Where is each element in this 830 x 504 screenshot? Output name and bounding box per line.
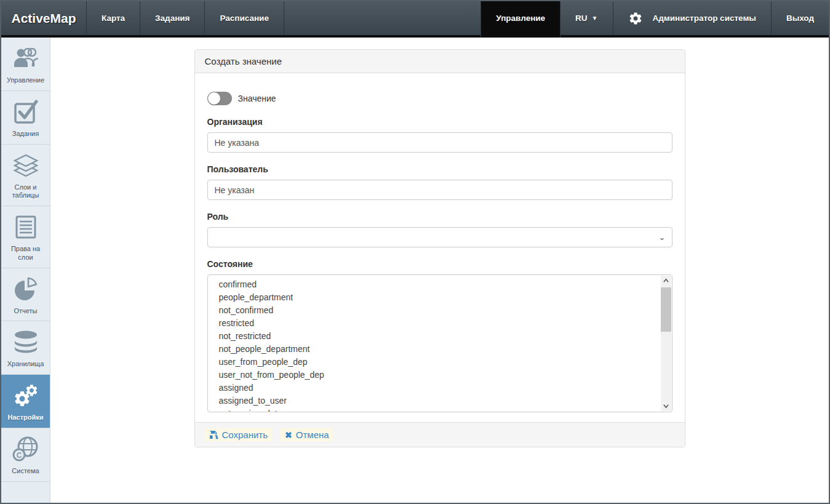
sidebar-item-system[interactable]: C Система xyxy=(1,428,50,482)
admin-account-label: Администратор системы xyxy=(653,14,756,23)
list-option[interactable]: user_not_from_people_dep xyxy=(212,369,657,382)
value-toggle-label: Значение xyxy=(238,94,276,103)
value-toggle-row: Значение xyxy=(207,92,672,105)
logout-button[interactable]: Выход xyxy=(772,1,829,35)
sidebar-item-layer-rights[interactable]: Права на слои xyxy=(1,206,50,268)
gear-icon xyxy=(628,11,643,26)
list-option[interactable]: not_people_department xyxy=(212,343,657,356)
language-label: RU xyxy=(575,14,588,23)
admin-account-menu[interactable]: Администратор системы xyxy=(613,1,772,35)
users-icon xyxy=(12,44,40,73)
app-logo[interactable]: ActiveMap xyxy=(1,1,87,35)
layers-icon xyxy=(12,151,40,180)
sidebar-item-label: Система xyxy=(12,467,39,476)
sidebar-item-label: Хранилища xyxy=(7,360,44,369)
list-option[interactable]: assigned_to_user xyxy=(212,394,657,407)
role-label: Роль xyxy=(207,212,672,222)
scrollbar-track[interactable] xyxy=(661,286,671,401)
organization-field[interactable]: Не указана xyxy=(207,132,672,153)
scroll-down-icon[interactable] xyxy=(661,401,671,411)
list-option[interactable]: user_from_people_dep xyxy=(212,356,657,369)
sidebar-item-settings[interactable]: Настройки xyxy=(1,375,50,428)
scrollbar-thumb[interactable] xyxy=(661,287,671,332)
chevron-down-icon: ⌄ xyxy=(659,233,666,242)
sidebar-item-storage[interactable]: Хранилища xyxy=(1,321,50,375)
state-label: Состояние xyxy=(207,259,672,269)
sidebar-item-label: Отчеты xyxy=(14,307,37,316)
left-sidebar: Управление Задания Слои и таблицы xyxy=(1,38,50,503)
create-value-panel: Создать значение Значение Организация Не… xyxy=(194,49,685,447)
panel-body: Значение Организация Не указана Пользова… xyxy=(195,73,685,422)
svg-text:C: C xyxy=(16,450,22,459)
list-option[interactable]: assigned xyxy=(212,382,657,394)
list-option[interactable]: confirmed xyxy=(212,278,657,291)
nav-tab-map[interactable]: Карта xyxy=(87,1,140,35)
list-option[interactable]: not_confirmed xyxy=(212,304,657,317)
document-lines-icon xyxy=(12,213,40,241)
listbox-scrollbar[interactable] xyxy=(661,276,671,411)
cancel-button-label: Отмена xyxy=(296,430,329,440)
sidebar-item-layers[interactable]: Слои и таблицы xyxy=(1,145,50,207)
state-listbox[interactable]: confirmedpeople_departmentnot_confirmedr… xyxy=(207,274,672,412)
nav-tab-management[interactable]: Управление xyxy=(481,1,561,38)
nav-tab-schedule[interactable]: Расписание xyxy=(205,1,284,35)
tasks-check-icon xyxy=(12,98,40,126)
state-options-list: confirmedpeople_departmentnot_confirmedr… xyxy=(208,275,672,412)
sidebar-item-tasks[interactable]: Задания xyxy=(1,91,50,145)
sidebar-item-label: Слои и таблицы xyxy=(3,183,48,201)
user-label: Пользователь xyxy=(207,164,672,174)
list-option[interactable]: people_department xyxy=(212,291,657,304)
sidebar-item-label: Права на слои xyxy=(3,245,48,262)
top-navigation-bar: ActiveMap Карта Задания Расписание Управ… xyxy=(1,1,829,38)
save-icon xyxy=(209,430,218,439)
panel-title: Создать значение xyxy=(195,50,685,73)
save-button[interactable]: Сохранить xyxy=(205,428,273,441)
pie-chart-icon xyxy=(12,275,40,303)
sidebar-item-label: Управление xyxy=(7,76,44,85)
scroll-up-icon[interactable] xyxy=(661,276,671,286)
value-toggle[interactable] xyxy=(207,92,232,105)
gears-icon xyxy=(12,382,40,410)
list-option[interactable]: not_restricted xyxy=(212,330,657,343)
cancel-button[interactable]: ✖ Отмена xyxy=(281,428,333,441)
database-icon xyxy=(12,328,40,356)
save-button-label: Сохранить xyxy=(222,430,268,440)
sidebar-item-label: Настройки xyxy=(7,414,43,422)
globe-c-icon: C xyxy=(12,435,40,463)
user-field[interactable]: Не указан xyxy=(207,180,672,200)
panel-footer: Сохранить ✖ Отмена xyxy=(195,422,685,447)
main-content: Создать значение Значение Организация Не… xyxy=(50,38,829,503)
organization-label: Организация xyxy=(207,117,672,127)
toggle-knob xyxy=(208,92,220,105)
sidebar-item-label: Задания xyxy=(12,130,39,138)
chevron-down-icon: ▼ xyxy=(592,15,598,22)
nav-spacer xyxy=(284,1,481,35)
close-icon: ✖ xyxy=(285,430,292,440)
role-select[interactable]: ⌄ xyxy=(207,227,672,247)
sidebar-item-reports[interactable]: Отчеты xyxy=(1,268,50,322)
sidebar-item-management[interactable]: Управление xyxy=(1,38,50,91)
list-option[interactable]: restricted xyxy=(212,317,657,330)
list-option[interactable]: not_assigned_to_user xyxy=(212,407,657,412)
language-dropdown[interactable]: RU ▼ xyxy=(561,1,613,35)
nav-tab-tasks[interactable]: Задания xyxy=(140,1,205,35)
